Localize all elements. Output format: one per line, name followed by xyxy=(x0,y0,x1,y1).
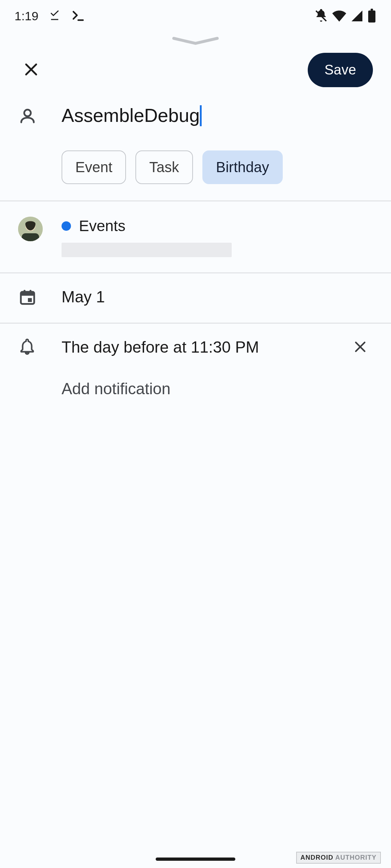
bell-icon xyxy=(18,337,36,357)
date-row[interactable]: May 1 xyxy=(0,273,391,323)
calendar-name: Events xyxy=(79,217,125,235)
calendar-label: Events xyxy=(62,217,373,235)
close-button[interactable] xyxy=(18,57,44,83)
svg-rect-2 xyxy=(371,9,373,10)
calendar-row[interactable]: Events xyxy=(0,201,391,272)
add-notification-button[interactable]: Add notification xyxy=(62,380,171,398)
calendar-icon xyxy=(18,288,37,308)
notification-label: The day before at 11:30 PM xyxy=(62,338,348,356)
account-avatar xyxy=(18,217,43,241)
calendar-color-dot xyxy=(62,221,71,231)
notifications-section: The day before at 11:30 PM Add notificat… xyxy=(0,324,391,409)
watermark: ANDROID AUTHORITY xyxy=(296,852,381,864)
text-cursor xyxy=(200,105,202,126)
close-icon xyxy=(22,61,40,79)
battery-icon xyxy=(367,9,377,23)
mute-icon xyxy=(314,9,328,23)
svg-line-0 xyxy=(316,11,327,21)
svg-point-5 xyxy=(25,221,35,231)
save-button[interactable]: Save xyxy=(308,53,373,87)
chip-birthday[interactable]: Birthday xyxy=(202,150,283,184)
status-bar: 1:19 xyxy=(0,0,391,32)
sheet-drag-handle[interactable] xyxy=(0,32,391,48)
close-icon xyxy=(353,339,368,356)
svg-rect-9 xyxy=(24,290,25,293)
watermark-site: AUTHORITY xyxy=(335,854,377,861)
svg-rect-6 xyxy=(22,233,39,241)
status-clock: 1:19 xyxy=(14,9,38,23)
svg-rect-4 xyxy=(18,217,43,241)
wifi-icon xyxy=(332,8,347,24)
svg-rect-1 xyxy=(368,10,375,22)
person-icon xyxy=(18,107,37,127)
svg-rect-7 xyxy=(21,292,34,304)
svg-rect-11 xyxy=(28,298,32,302)
remove-notification-button[interactable] xyxy=(348,335,373,360)
svg-point-3 xyxy=(24,110,31,116)
chip-task[interactable]: Task xyxy=(135,150,193,184)
signal-icon xyxy=(350,9,363,22)
title-input[interactable] xyxy=(62,105,373,126)
svg-rect-10 xyxy=(30,290,31,293)
watermark-brand: ANDROID xyxy=(300,854,333,861)
download-done-icon xyxy=(49,10,61,22)
type-chip-group: Event Task Birthday xyxy=(0,134,391,200)
gesture-nav-pill[interactable] xyxy=(156,858,235,861)
chip-event[interactable]: Event xyxy=(62,150,126,184)
title-row xyxy=(0,97,391,134)
date-value: May 1 xyxy=(62,288,105,306)
svg-rect-8 xyxy=(21,292,34,296)
account-placeholder-bar xyxy=(62,243,232,257)
terminal-icon xyxy=(71,9,85,23)
notification-item[interactable]: The day before at 11:30 PM xyxy=(0,324,391,371)
app-bar: Save xyxy=(0,48,391,97)
